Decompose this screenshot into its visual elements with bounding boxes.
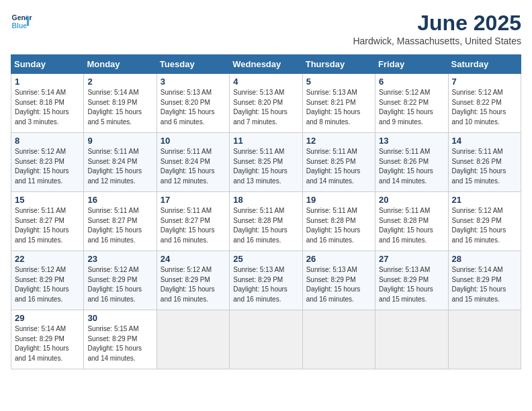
calendar-cell: 2Sunrise: 5:14 AMSunset: 8:19 PMDaylight… [84, 74, 157, 133]
day-number: 7 [452, 77, 517, 87]
day-number: 29 [15, 313, 80, 323]
day-number: 24 [161, 254, 226, 264]
day-number: 5 [306, 77, 371, 87]
day-number: 30 [87, 313, 152, 323]
calendar-week-2: 8Sunrise: 5:12 AMSunset: 8:23 PMDaylight… [11, 133, 521, 192]
day-info: Sunrise: 5:11 AMSunset: 8:27 PMDaylight:… [15, 206, 80, 245]
calendar-cell: 11Sunrise: 5:11 AMSunset: 8:25 PMDayligh… [230, 133, 302, 192]
calendar-cell [157, 310, 229, 369]
calendar-table: SundayMondayTuesdayWednesdayThursdayFrid… [11, 54, 521, 369]
header-tuesday: Tuesday [157, 55, 229, 74]
day-number: 28 [452, 254, 517, 264]
day-info: Sunrise: 5:13 AMSunset: 8:29 PMDaylight:… [379, 265, 444, 304]
day-info: Sunrise: 5:11 AMSunset: 8:24 PMDaylight:… [87, 147, 152, 186]
calendar-cell: 16Sunrise: 5:11 AMSunset: 8:27 PMDayligh… [84, 192, 157, 251]
svg-text:Blue: Blue [12, 22, 28, 30]
calendar-cell: 18Sunrise: 5:11 AMSunset: 8:28 PMDayligh… [230, 192, 302, 251]
day-info: Sunrise: 5:11 AMSunset: 8:24 PMDaylight:… [161, 147, 226, 186]
day-number: 8 [15, 136, 80, 146]
calendar-cell: 9Sunrise: 5:11 AMSunset: 8:24 PMDaylight… [84, 133, 157, 192]
header-thursday: Thursday [302, 55, 375, 74]
day-info: Sunrise: 5:12 AMSunset: 8:29 PMDaylight:… [15, 265, 80, 304]
day-number: 16 [87, 195, 152, 205]
calendar-cell: 4Sunrise: 5:13 AMSunset: 8:20 PMDaylight… [230, 74, 302, 133]
day-info: Sunrise: 5:11 AMSunset: 8:27 PMDaylight:… [161, 206, 226, 245]
calendar-cell: 26Sunrise: 5:13 AMSunset: 8:29 PMDayligh… [302, 251, 375, 310]
calendar-cell: 3Sunrise: 5:13 AMSunset: 8:20 PMDaylight… [157, 74, 229, 133]
day-info: Sunrise: 5:13 AMSunset: 8:29 PMDaylight:… [233, 265, 298, 304]
calendar-cell: 25Sunrise: 5:13 AMSunset: 8:29 PMDayligh… [230, 251, 302, 310]
svg-text:General: General [12, 14, 32, 21]
day-info: Sunrise: 5:14 AMSunset: 8:29 PMDaylight:… [452, 265, 517, 304]
day-number: 15 [15, 195, 80, 205]
calendar-cell: 22Sunrise: 5:12 AMSunset: 8:29 PMDayligh… [11, 251, 84, 310]
day-info: Sunrise: 5:13 AMSunset: 8:20 PMDaylight:… [233, 88, 298, 127]
day-info: Sunrise: 5:14 AMSunset: 8:18 PMDaylight:… [15, 88, 80, 127]
day-info: Sunrise: 5:11 AMSunset: 8:26 PMDaylight:… [452, 147, 517, 186]
calendar-cell: 13Sunrise: 5:11 AMSunset: 8:26 PMDayligh… [375, 133, 448, 192]
day-number: 11 [233, 136, 298, 146]
day-number: 6 [379, 77, 444, 87]
day-number: 10 [161, 136, 226, 146]
logo: General Blue [11, 11, 32, 32]
day-info: Sunrise: 5:12 AMSunset: 8:29 PMDaylight:… [452, 206, 517, 245]
calendar-cell: 27Sunrise: 5:13 AMSunset: 8:29 PMDayligh… [375, 251, 448, 310]
day-number: 1 [15, 77, 80, 87]
day-info: Sunrise: 5:13 AMSunset: 8:20 PMDaylight:… [161, 88, 226, 127]
day-number: 19 [306, 195, 371, 205]
day-number: 18 [233, 195, 298, 205]
title-block: June 2025 Hardwick, Massachusetts, Unite… [353, 11, 521, 46]
calendar-cell: 17Sunrise: 5:11 AMSunset: 8:27 PMDayligh… [157, 192, 229, 251]
calendar-cell: 7Sunrise: 5:12 AMSunset: 8:22 PMDaylight… [448, 74, 521, 133]
calendar-cell: 30Sunrise: 5:15 AMSunset: 8:29 PMDayligh… [84, 310, 157, 369]
header-saturday: Saturday [448, 55, 521, 74]
calendar-week-5: 29Sunrise: 5:14 AMSunset: 8:29 PMDayligh… [11, 310, 521, 369]
day-info: Sunrise: 5:11 AMSunset: 8:28 PMDaylight:… [306, 206, 371, 245]
calendar-cell: 15Sunrise: 5:11 AMSunset: 8:27 PMDayligh… [11, 192, 84, 251]
day-number: 13 [379, 136, 444, 146]
day-info: Sunrise: 5:11 AMSunset: 8:28 PMDaylight:… [379, 206, 444, 245]
calendar-week-1: 1Sunrise: 5:14 AMSunset: 8:18 PMDaylight… [11, 74, 521, 133]
day-number: 22 [15, 254, 80, 264]
calendar-cell: 12Sunrise: 5:11 AMSunset: 8:25 PMDayligh… [302, 133, 375, 192]
calendar-cell [302, 310, 375, 369]
day-info: Sunrise: 5:11 AMSunset: 8:28 PMDaylight:… [233, 206, 298, 245]
day-info: Sunrise: 5:14 AMSunset: 8:29 PMDaylight:… [15, 324, 80, 363]
day-number: 9 [87, 136, 152, 146]
calendar-cell: 24Sunrise: 5:12 AMSunset: 8:29 PMDayligh… [157, 251, 229, 310]
day-number: 17 [161, 195, 226, 205]
day-number: 23 [87, 254, 152, 264]
day-info: Sunrise: 5:12 AMSunset: 8:22 PMDaylight:… [452, 88, 517, 127]
day-number: 27 [379, 254, 444, 264]
logo-icon: General Blue [11, 11, 32, 32]
day-info: Sunrise: 5:11 AMSunset: 8:26 PMDaylight:… [379, 147, 444, 186]
calendar-cell [375, 310, 448, 369]
day-info: Sunrise: 5:11 AMSunset: 8:27 PMDaylight:… [87, 206, 152, 245]
day-info: Sunrise: 5:12 AMSunset: 8:29 PMDaylight:… [87, 265, 152, 304]
day-number: 25 [233, 254, 298, 264]
calendar-header: SundayMondayTuesdayWednesdayThursdayFrid… [11, 55, 521, 74]
calendar-week-4: 22Sunrise: 5:12 AMSunset: 8:29 PMDayligh… [11, 251, 521, 310]
day-number: 20 [379, 195, 444, 205]
calendar-cell: 14Sunrise: 5:11 AMSunset: 8:26 PMDayligh… [448, 133, 521, 192]
calendar-cell: 29Sunrise: 5:14 AMSunset: 8:29 PMDayligh… [11, 310, 84, 369]
calendar-cell: 10Sunrise: 5:11 AMSunset: 8:24 PMDayligh… [157, 133, 229, 192]
day-info: Sunrise: 5:12 AMSunset: 8:29 PMDaylight:… [161, 265, 226, 304]
header-wednesday: Wednesday [230, 55, 302, 74]
day-info: Sunrise: 5:12 AMSunset: 8:22 PMDaylight:… [379, 88, 444, 127]
day-number: 3 [161, 77, 226, 87]
calendar-cell: 8Sunrise: 5:12 AMSunset: 8:23 PMDaylight… [11, 133, 84, 192]
calendar-cell: 21Sunrise: 5:12 AMSunset: 8:29 PMDayligh… [448, 192, 521, 251]
calendar-body: 1Sunrise: 5:14 AMSunset: 8:18 PMDaylight… [11, 74, 521, 369]
day-info: Sunrise: 5:15 AMSunset: 8:29 PMDaylight:… [87, 324, 152, 363]
day-number: 2 [87, 77, 152, 87]
day-number: 14 [452, 136, 517, 146]
day-number: 4 [233, 77, 298, 87]
calendar-cell [230, 310, 302, 369]
location: Hardwick, Massachusetts, United States [353, 36, 521, 46]
calendar-cell: 1Sunrise: 5:14 AMSunset: 8:18 PMDaylight… [11, 74, 84, 133]
day-number: 21 [452, 195, 517, 205]
header-friday: Friday [375, 55, 448, 74]
calendar-cell [448, 310, 521, 369]
day-info: Sunrise: 5:14 AMSunset: 8:19 PMDaylight:… [87, 88, 152, 127]
